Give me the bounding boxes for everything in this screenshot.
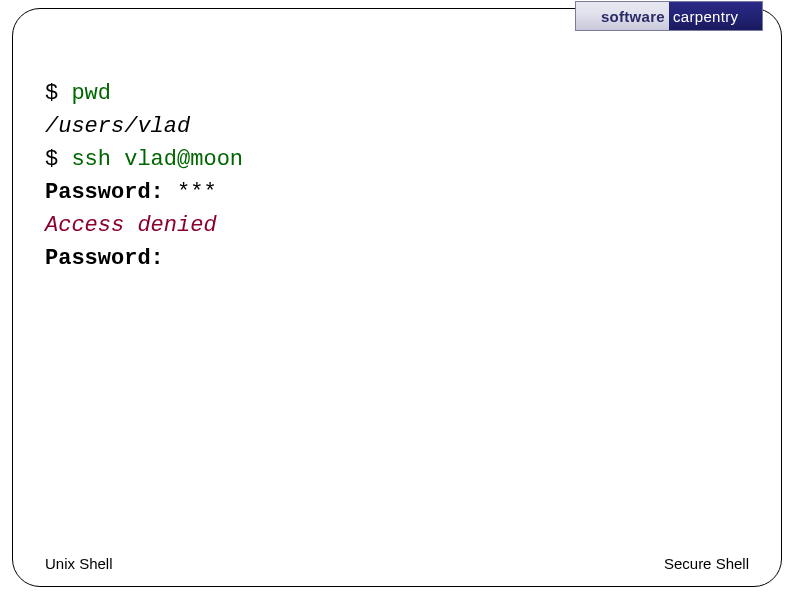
terminal-line-4: Password: *** [45,176,749,209]
footer-left: Unix Shell [45,555,113,572]
prompt-symbol: $ [45,147,71,172]
software-carpentry-logo: software carpentry [575,1,763,31]
password-label: Password: [45,180,177,205]
prompt-symbol: $ [45,81,71,106]
slide-footer: Unix Shell Secure Shell [45,555,749,572]
slide-frame: software carpentry $ pwd /users/vlad $ s… [12,8,782,587]
logo-right-text: carpentry [669,2,762,30]
terminal-line-2: /users/vlad [45,110,749,143]
terminal-line-1: $ pwd [45,77,749,110]
access-denied-message: Access denied [45,213,217,238]
terminal-line-5: Access denied [45,209,749,242]
footer-right: Secure Shell [664,555,749,572]
password-label-2: Password: [45,246,164,271]
terminal-line-6: Password: [45,242,749,275]
command-ssh: ssh vlad@moon [71,147,243,172]
terminal-output: $ pwd /users/vlad $ ssh vlad@moon Passwo… [45,77,749,275]
logo-left-text: software [576,2,669,30]
output-path: /users/vlad [45,114,190,139]
password-masked: *** [177,180,217,205]
command-pwd: pwd [71,81,111,106]
terminal-line-3: $ ssh vlad@moon [45,143,749,176]
